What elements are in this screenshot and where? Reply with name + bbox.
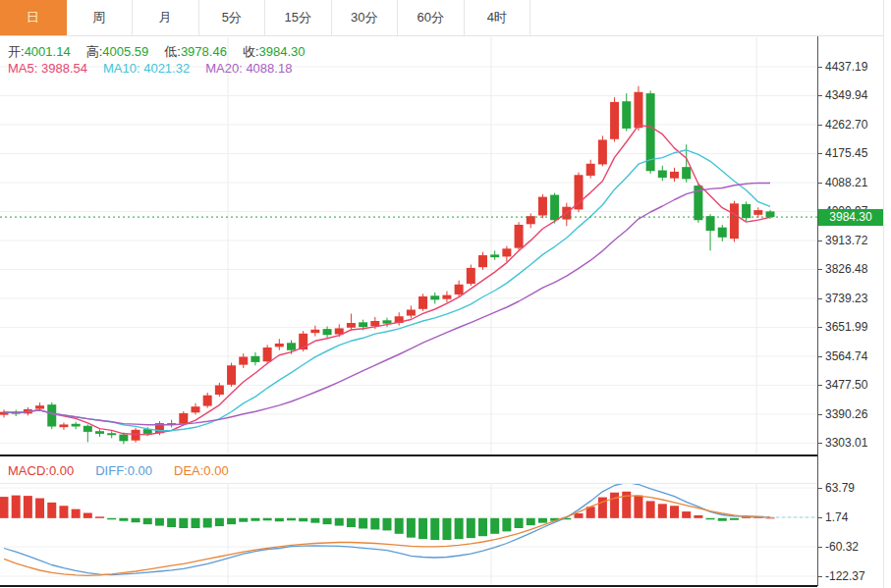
- tab-15min[interactable]: 15分: [265, 0, 332, 35]
- y-axis-line: [817, 36, 818, 586]
- y-axis-tick: 4088.21: [825, 176, 867, 189]
- diff-value: DIFF:0.00: [95, 463, 152, 478]
- high-value: 4005.59: [102, 44, 148, 59]
- macd-value: MACD:0.00: [8, 463, 74, 478]
- low-label: 低:: [164, 44, 181, 59]
- chart-right-border: [883, 0, 884, 588]
- y-axis-tick: 4262.70: [825, 118, 867, 132]
- ma-legend: MA5: 3988.54MA10: 4021.32MA20: 4088.18: [8, 61, 292, 76]
- y-axis-tick-mark: [817, 125, 822, 126]
- ma20-value: MA20: 4088.18: [205, 61, 292, 76]
- price-panel-baseline: [0, 454, 817, 456]
- y-axis-tick-mark: [817, 95, 822, 96]
- open-value: 4001.14: [25, 44, 71, 59]
- y-axis-tick-mark: [817, 414, 822, 415]
- y-axis-tick: 3564.74: [825, 349, 867, 363]
- y-axis-tick-mark: [817, 547, 822, 548]
- y-axis-tick: 63.79: [825, 481, 855, 495]
- tab-30min[interactable]: 30分: [332, 0, 399, 35]
- y-axis-tick: 4349.94: [825, 88, 867, 102]
- y-axis-tick: 1.74: [825, 510, 848, 524]
- tab-day[interactable]: 日: [0, 0, 67, 35]
- macd-panel-baseline: [0, 585, 817, 587]
- current-price-badge: 3984.30: [818, 209, 883, 226]
- y-axis-tick-mark: [817, 269, 822, 270]
- low-value: 3978.46: [181, 44, 227, 59]
- y-axis-tick: 3739.23: [825, 292, 867, 305]
- macd-chart-canvas[interactable]: [0, 484, 884, 585]
- price-chart-canvas[interactable]: [0, 36, 884, 454]
- y-axis-tick-mark: [817, 67, 822, 68]
- y-axis-tick: 3826.48: [825, 262, 867, 276]
- macd-legend: MACD:0.00 DIFF:0.00 DEA:0.00: [0, 457, 817, 484]
- y-axis-tick-mark: [817, 356, 822, 357]
- y-axis-tick-mark: [817, 153, 822, 154]
- y-axis-tick-mark: [817, 576, 822, 577]
- y-axis-tick: -122.37: [825, 569, 865, 583]
- y-axis-tick: 3390.26: [825, 407, 867, 421]
- open-label: 开:: [8, 44, 25, 59]
- y-axis-tick-mark: [817, 327, 822, 328]
- y-axis-tick-mark: [817, 517, 822, 518]
- tab-month[interactable]: 月: [133, 0, 199, 35]
- ma10-value: MA10: 4021.32: [103, 61, 190, 76]
- y-axis-tick-mark: [817, 183, 822, 184]
- y-axis-tick-mark: [817, 385, 822, 386]
- kline-chart-app: 日 周 月 5分 15分 30分 60分 4时 开:4001.14高:4005.…: [0, 0, 891, 588]
- y-axis-tick-mark: [817, 241, 822, 241]
- y-axis-tick: 4175.45: [825, 146, 867, 160]
- high-label: 高:: [86, 44, 103, 59]
- tab-week[interactable]: 周: [67, 0, 134, 35]
- y-axis-tick: 4437.19: [825, 60, 867, 74]
- y-axis-tick: 3651.99: [825, 320, 867, 334]
- y-axis-tick-mark: [817, 443, 822, 444]
- y-axis-tick-mark: [817, 298, 822, 299]
- y-axis-tick: -60.32: [825, 540, 859, 554]
- tab-60min[interactable]: 60分: [398, 0, 465, 35]
- close-value: 3984.30: [259, 44, 306, 59]
- y-axis-tick-mark: [817, 488, 822, 489]
- close-label: 收:: [243, 44, 259, 59]
- dea-value: DEA:0.00: [174, 463, 229, 478]
- ohlc-legend: 开:4001.14高:4005.59低:3978.46收:3984.30: [8, 43, 321, 61]
- y-axis-tick: 3477.50: [825, 378, 867, 392]
- tab-4hour[interactable]: 4时: [465, 0, 531, 35]
- y-axis-tick: 3303.01: [825, 436, 867, 450]
- y-axis-tick: 3913.72: [825, 234, 867, 247]
- ma5-value: MA5: 3988.54: [8, 61, 87, 76]
- tab-5min[interactable]: 5分: [199, 0, 266, 35]
- interval-tab-bar: 日 周 月 5分 15分 30分 60分 4时: [0, 0, 884, 36]
